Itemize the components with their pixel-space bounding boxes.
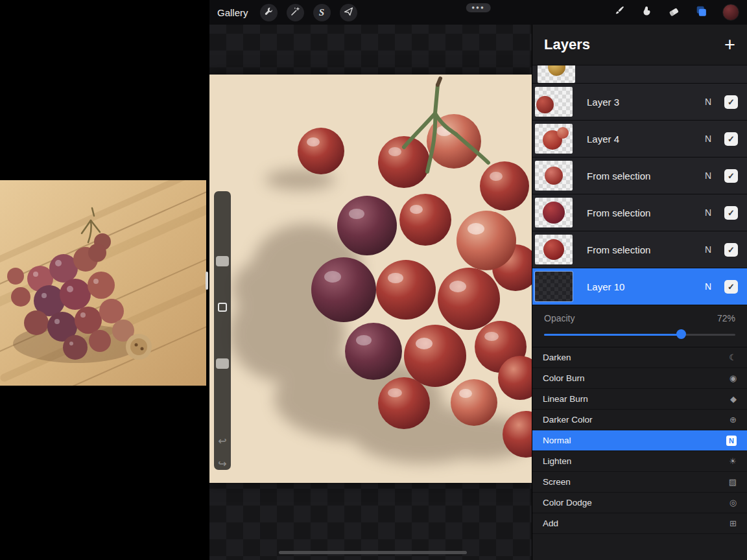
layer-blend-mode-letter[interactable]: N (705, 97, 711, 107)
layer-row[interactable]: Layer 3 N ✓ (532, 84, 747, 121)
canvas-artwork (209, 75, 532, 483)
layer-thumbnail (535, 198, 573, 228)
layer-visibility-checkbox[interactable]: ✓ (724, 243, 738, 257)
layer-blend-mode-letter[interactable]: N (705, 244, 711, 255)
layer-name: Layer 10 (587, 281, 705, 292)
paintbrush-icon (613, 8, 626, 19)
layer-blend-mode-letter[interactable]: N (705, 170, 711, 181)
lighten-icon: ☀ (725, 456, 737, 466)
opacity-section: Opacity 72% (532, 305, 747, 347)
layer-visibility-checkbox[interactable]: ✓ (724, 95, 738, 109)
blend-mode-list: Darken ☾ Color Burn ◉ Linear Burn ◆ Dark… (532, 347, 747, 534)
layer-thumbnail (535, 124, 573, 154)
blend-mode-lighten[interactable]: Lighten ☀ (532, 451, 747, 472)
smudge-button[interactable] (640, 5, 653, 20)
redo-button[interactable]: ↪ (214, 459, 231, 469)
layers-title: Layers (544, 36, 590, 53)
wrench-icon (263, 6, 274, 19)
brush-size-sidebar: ↩ ↪ (214, 191, 231, 470)
brush-opacity-slider-handle[interactable] (216, 358, 229, 369)
color-swatch-button[interactable] (722, 4, 739, 21)
layer-thumbnail (535, 272, 573, 301)
color-burn-icon: ◉ (725, 373, 737, 383)
layer-visibility-checkbox[interactable]: ✓ (724, 169, 738, 183)
layer-name: From selection (587, 207, 705, 218)
layer-name: From selection (587, 244, 705, 255)
layer-row[interactable]: From selection N ✓ (532, 194, 747, 231)
smudge-finger-icon (640, 8, 653, 19)
gallery-button[interactable]: Gallery (217, 7, 248, 18)
layer-thumbnail (535, 161, 573, 191)
layers-icon (694, 9, 708, 20)
layer-visibility-checkbox[interactable]: ✓ (724, 132, 738, 146)
layer-row[interactable]: From selection N ✓ (532, 231, 747, 268)
selection-s-icon: S (319, 8, 324, 18)
opacity-label: Opacity (544, 313, 575, 323)
layer-row[interactable]: From selection N ✓ (532, 158, 747, 194)
opacity-slider[interactable] (544, 327, 735, 344)
layer-name: Layer 4 (587, 134, 705, 145)
procreate-app: Gallery S ●●● (0, 0, 747, 560)
blend-mode-linear-burn[interactable]: Linear Burn ◆ (532, 389, 747, 410)
layer-thumbnail (538, 65, 575, 83)
layer-thumbnail (535, 87, 573, 117)
blend-mode-screen[interactable]: Screen ▨ (532, 472, 747, 493)
layer-blend-mode-letter[interactable]: N (705, 134, 711, 144)
layer-row-selected[interactable]: Layer 10 N ✓ (532, 268, 747, 305)
transform-arrow-icon (343, 6, 354, 19)
top-toolbar: Gallery S ●●● (209, 0, 747, 25)
opacity-value: 72% (717, 313, 735, 323)
color-dodge-icon: ◎ (725, 498, 737, 508)
blend-mode-normal-selected[interactable]: Normal N (532, 430, 747, 451)
linear-burn-icon: ◆ (725, 394, 737, 404)
layers-button[interactable] (694, 5, 708, 21)
opacity-knob[interactable] (676, 329, 686, 339)
reference-photo (0, 180, 206, 386)
undo-button[interactable]: ↩ (214, 436, 231, 447)
layer-blend-mode-letter[interactable]: N (705, 207, 711, 218)
selection-button[interactable]: S (313, 4, 331, 21)
blend-mode-darken[interactable]: Darken ☾ (532, 347, 747, 368)
opacity-fill (544, 334, 682, 336)
layers-panel: Layers + Layer 3 N ✓ (532, 25, 747, 560)
blend-mode-darker-color[interactable]: Darker Color ⊕ (532, 410, 747, 430)
add-layer-button[interactable]: + (724, 36, 735, 54)
layer-thumbnail (535, 235, 573, 264)
layer-list: Layer 3 N ✓ Layer 4 N ✓ From selection N (532, 65, 747, 305)
reference-drag-handle[interactable] (206, 272, 208, 290)
adjustments-button[interactable] (287, 4, 304, 21)
layer-visibility-checkbox[interactable]: ✓ (724, 280, 738, 294)
blend-mode-color-dodge[interactable]: Color Dodge ◎ (532, 493, 747, 513)
canvas-options-pill[interactable]: ●●● (466, 3, 491, 12)
brush-button[interactable] (613, 5, 626, 20)
layer-name: From selection (587, 170, 705, 181)
drawing-canvas[interactable] (209, 75, 532, 483)
reference-image-panel[interactable] (0, 180, 206, 386)
eraser-icon (667, 8, 680, 19)
transform-button[interactable] (340, 4, 357, 21)
layer-name: Layer 3 (587, 97, 705, 108)
darker-color-icon: ⊕ (725, 415, 737, 425)
brush-size-slider-handle[interactable] (216, 256, 229, 266)
layer-row[interactable]: Layer 4 N ✓ (532, 121, 747, 158)
eraser-button[interactable] (667, 5, 680, 20)
layer-row-partial[interactable] (532, 65, 747, 84)
darken-icon: ☾ (725, 353, 737, 362)
screen-icon: ▨ (725, 477, 737, 487)
layer-visibility-checkbox[interactable]: ✓ (724, 206, 738, 220)
layers-panel-header: Layers + (532, 25, 747, 65)
normal-blend-badge-icon: N (726, 436, 737, 446)
add-blend-icon: ⊞ (725, 519, 737, 528)
modify-button[interactable] (218, 303, 227, 312)
magic-wand-icon (290, 6, 301, 19)
layer-blend-mode-letter[interactable]: N (705, 281, 711, 292)
blend-mode-color-burn[interactable]: Color Burn ◉ (532, 368, 747, 389)
actions-button[interactable] (260, 4, 278, 21)
horizontal-scrollbar[interactable] (279, 551, 467, 554)
blend-mode-add[interactable]: Add ⊞ (532, 513, 747, 534)
